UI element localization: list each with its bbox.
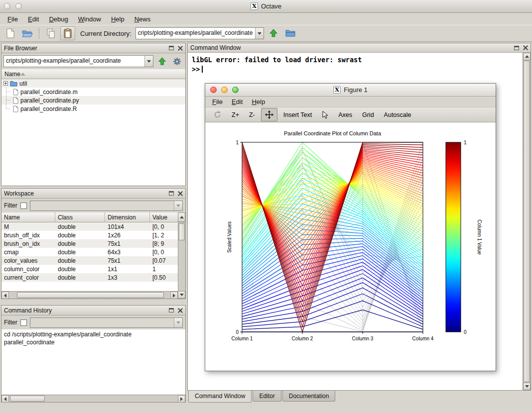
file-browser-up-button[interactable] — [155, 55, 168, 68]
rotate-tool-button[interactable] — [209, 108, 226, 121]
figure-canvas[interactable]: 10Column 1Column 2Column 3Column 4Parall… — [205, 122, 496, 371]
command-window-title: Command Window — [190, 44, 241, 51]
command-history-title: Command History — [4, 307, 52, 314]
tree-item-file[interactable]: parallel_coordinate.py — [1, 96, 185, 104]
pan-tool-button[interactable] — [261, 108, 277, 121]
command-window[interactable]: libGL error: failed to load driver: swra… — [187, 53, 531, 391]
table-row[interactable]: brush_off_idx double 1x26 [1, 2 — [1, 231, 185, 239]
tree-item-file[interactable]: parallel_coordinate.m — [1, 88, 185, 96]
table-row[interactable]: M double 101x4 [0, 0 — [1, 222, 185, 231]
directory-up-button[interactable] — [266, 26, 281, 40]
menu-edit[interactable]: Edit — [23, 14, 43, 24]
column-header-value[interactable]: Value — [150, 212, 178, 222]
current-directory-combobox[interactable]: cripts/plotting-examples/parallel_coordi… — [135, 27, 264, 39]
figure-close-button[interactable] — [210, 87, 217, 93]
browse-directory-button[interactable] — [283, 26, 298, 40]
scroll-left-button[interactable] — [1, 395, 9, 403]
scroll-left-button[interactable] — [1, 292, 9, 299]
grid-button[interactable]: Grid — [358, 109, 378, 121]
undock-icon[interactable] — [514, 46, 519, 50]
paste-button[interactable] — [60, 26, 75, 40]
scroll-up-button[interactable] — [523, 53, 531, 60]
close-icon[interactable] — [178, 46, 183, 51]
menu-help[interactable]: Help — [107, 14, 129, 24]
workspace-vertical-scrollbar[interactable] — [178, 222, 185, 291]
file-icon — [13, 97, 18, 104]
figure-menu-file[interactable]: File — [208, 98, 227, 106]
window-button-right[interactable] — [15, 3, 22, 9]
scrollbar-thumb[interactable] — [179, 223, 185, 240]
column-header-name[interactable]: Name — [1, 212, 55, 222]
menu-debug[interactable]: Debug — [44, 14, 72, 24]
tree-item-util[interactable]: util — [1, 79, 185, 88]
new-document-icon — [6, 28, 15, 38]
history-filter-combobox[interactable] — [30, 317, 183, 328]
close-icon[interactable] — [178, 308, 183, 313]
scrollbar-thumb[interactable] — [524, 61, 530, 382]
scroll-up-button[interactable] — [178, 212, 185, 222]
cell-class: double — [55, 222, 105, 231]
select-tool-button[interactable] — [318, 108, 332, 121]
workspace-filter-combobox[interactable] — [30, 201, 183, 211]
file-browser-actions-button[interactable] — [170, 55, 183, 68]
scrollbar-thumb[interactable] — [10, 396, 45, 402]
scroll-down-button[interactable] — [178, 291, 185, 299]
workspace-horizontal-scrollbar[interactable] — [1, 291, 178, 299]
dropdown-arrow-icon[interactable] — [255, 28, 264, 39]
new-script-button[interactable] — [3, 26, 18, 40]
figure-window-controls — [210, 87, 239, 93]
filter-checkbox[interactable] — [20, 203, 27, 209]
history-entry[interactable]: parallel_coordinate — [1, 338, 185, 346]
file-browser-path-combobox[interactable]: cripts/plotting-examples/parallel_coordi… — [3, 55, 153, 67]
figure-menu-edit[interactable]: Edit — [228, 98, 247, 106]
window-button-left[interactable] — [4, 3, 10, 9]
menu-news[interactable]: News — [130, 14, 155, 24]
table-row[interactable]: color_values double 75x1 [0.07 — [1, 256, 185, 265]
table-row[interactable]: column_color double 1x1 1 — [1, 265, 185, 273]
table-row[interactable]: brush_on_idx double 75x1 [8; 9 — [1, 239, 185, 248]
axes-button[interactable]: Axes — [334, 109, 356, 121]
menu-file[interactable]: File — [3, 14, 22, 24]
table-row[interactable]: cmap double 64x3 [0, 0 — [1, 248, 185, 256]
close-icon[interactable] — [178, 191, 183, 196]
window-titlebar[interactable]: X Octave — [0, 0, 532, 13]
scroll-down-button[interactable] — [523, 383, 531, 390]
tree-item-file[interactable]: parallel_coordinate.R — [1, 104, 185, 113]
history-horizontal-scrollbar[interactable] — [1, 395, 185, 402]
filter-checkbox[interactable] — [20, 319, 27, 326]
undock-icon[interactable] — [169, 46, 174, 50]
autoscale-button[interactable]: Autoscale — [380, 109, 415, 121]
undock-icon[interactable] — [169, 191, 174, 196]
dropdown-arrow-icon[interactable] — [144, 56, 153, 67]
table-row[interactable]: current_color double 1x3 [0.50 — [1, 273, 185, 282]
undock-icon[interactable] — [169, 308, 174, 312]
figure-titlebar[interactable]: X Figure 1 — [205, 84, 496, 97]
zoom-in-button[interactable]: Z+ — [228, 109, 243, 121]
open-file-button[interactable] — [20, 26, 35, 40]
column-header-class[interactable]: Class — [55, 212, 105, 222]
svg-text:1: 1 — [236, 140, 239, 145]
scroll-right-button[interactable] — [178, 395, 185, 403]
scroll-right-button[interactable] — [170, 292, 178, 299]
command-prompt-line: >> — [192, 65, 527, 74]
command-window-vertical-scrollbar[interactable] — [523, 53, 531, 390]
column-header-dimension[interactable]: Dimension — [105, 212, 150, 222]
cell-name: M — [1, 222, 55, 231]
tab-command-window[interactable]: Command Window — [188, 391, 252, 403]
scrollbar-thumb[interactable] — [17, 292, 164, 298]
file-browser-panel: File Browser cripts/plotting-examples/pa… — [1, 43, 186, 186]
tab-documentation[interactable]: Documentation — [282, 391, 336, 402]
figure-window[interactable]: X Figure 1 File Edit Help Z+ Z- — [205, 83, 496, 371]
file-browser-name-column-header[interactable]: Name — [1, 69, 185, 79]
expand-icon[interactable] — [3, 81, 8, 86]
close-icon[interactable] — [523, 45, 528, 50]
insert-text-button[interactable]: Insert Text — [279, 109, 316, 121]
figure-menu-help[interactable]: Help — [248, 98, 269, 106]
copy-button[interactable] — [43, 26, 58, 40]
figure-zoom-button[interactable] — [232, 87, 239, 93]
menu-window[interactable]: Window — [74, 14, 106, 24]
zoom-out-button[interactable]: Z- — [245, 109, 259, 121]
figure-minimize-button[interactable] — [221, 87, 228, 93]
history-entry[interactable]: cd /scripts/plotting-examples/parallel_c… — [1, 330, 185, 338]
tab-editor[interactable]: Editor — [253, 391, 281, 402]
